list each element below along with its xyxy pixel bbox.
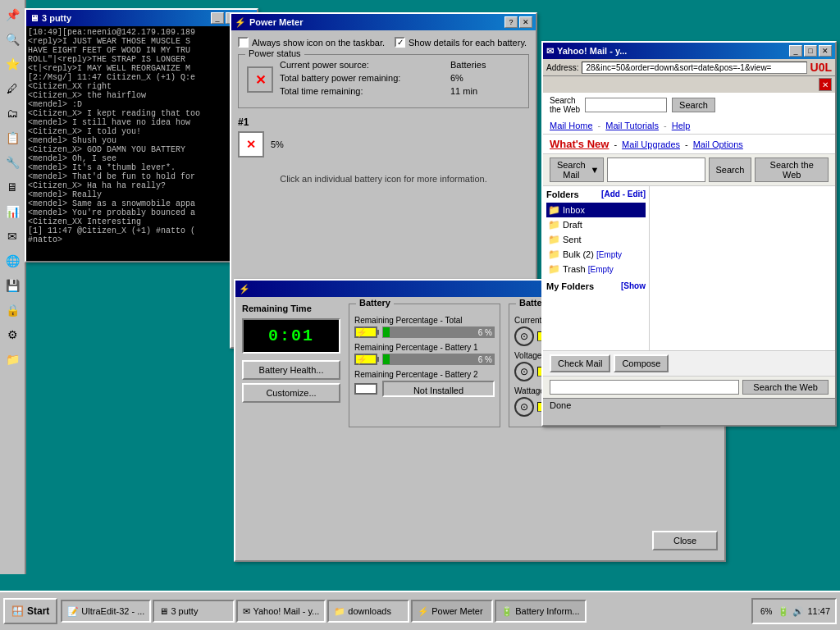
taskbar-downloads[interactable]: 📁 downloads [327,600,409,623]
search-web-btn[interactable]: Search the Web [755,158,829,182]
mail-tutorials-link[interactable]: Mail Tutorials [605,121,659,130]
battery-health-btn[interactable]: Battery Health... [242,360,340,380]
folder-actions[interactable]: [Add - Edit] [601,189,646,199]
terminal-line-14: <Citizen_X> GOD DAMN YOU BATTERY [28,145,255,154]
left-icon-1[interactable]: 📌 [1,3,24,26]
mail-options-link[interactable]: Mail Options [693,139,743,149]
mail-search-section: Searchthe Web Search [543,93,835,117]
left-icon-3[interactable]: ⭐ [1,52,24,75]
terminal-window: 🖥 3 putty _ □ ✕ [10:49][pea:neenio@142.1… [25,8,258,262]
battery-mini-icon[interactable]: ✕ [238,131,264,158]
mail-home-link[interactable]: Mail Home [550,121,593,130]
left-icon-11[interactable]: 🌐 [1,249,24,272]
whats-new-link[interactable]: What's New [550,138,609,150]
mail-body: Folders [Add - Edit] 📁 Inbox 📁 Draft 📁 S… [543,186,835,350]
search-mail-submit-btn[interactable]: Search [709,158,752,182]
my-folders-show[interactable]: [Show [621,281,646,291]
search-mail-btn[interactable]: Search Mail ▼ [550,158,604,182]
mail-help-link[interactable]: Help [672,121,691,130]
putty-icon: 🖥 [159,606,168,616]
always-show-icon-option[interactable]: Always show icon on the taskbar. [238,37,385,48]
terminal-line-3: HAVE EIGHT FEET OF WOOD IN MY TRU [28,46,255,55]
pm-checkbox-row: Always show icon on the taskbar. Show de… [238,37,529,48]
remaining-total-row: ⚡ 6 % [354,326,495,338]
terminal-line-13: <mendel> Shush you [28,136,255,145]
pm-battery-remaining-row: Total battery power remaining: 6% [280,73,486,83]
close-btn-row: Close [652,531,718,554]
status-text: Done [550,400,571,410]
mail-web-search-input[interactable] [550,380,739,395]
terminal-line-16: <mendel> It's a *thumb lever*. [28,163,255,172]
show-details-checkbox[interactable] [395,37,405,48]
terminal-line-24: #natto> [28,235,255,244]
left-icon-13[interactable]: 🔒 [1,299,24,322]
terminal-line-8: <Citizen_X> the hairflow [28,91,255,100]
terminal-title-bar[interactable]: 🖥 3 putty _ □ ✕ [26,10,257,26]
mail-search-web-section: Search the Web [543,376,835,398]
close-btn[interactable]: Close [652,531,718,550]
search-mail-input[interactable] [607,158,705,182]
folder-sent[interactable]: 📁 Sent [546,232,646,247]
mail-upgrades-link[interactable]: Mail Upgrades [622,139,680,149]
mail-address-bar[interactable]: 28&inc=50&order=down&sort=date&pos=-1&vi… [582,62,806,74]
ultraedit-icon: 📝 [67,606,79,617]
mail-search-row: Search Mail ▼ Search Search the Web [543,154,835,186]
battery-panel: Battery Remaining Percentage - Total ⚡ 6… [349,304,500,427]
compose-btn[interactable]: Compose [614,354,669,372]
pm-close-btn[interactable]: ✕ [519,16,532,28]
taskbar-ultraedit[interactable]: 📝 UltraEdit-32 - ... [61,600,151,623]
show-details-option[interactable]: Show details for each battery. [395,37,527,48]
left-icon-5[interactable]: 🗂 [1,102,24,125]
start-button[interactable]: 🪟 Start [3,598,57,624]
customize-btn[interactable]: Customize... [242,383,340,403]
folder-inbox[interactable]: 📁 Inbox [546,203,646,217]
always-show-icon-checkbox[interactable] [238,37,249,48]
taskbar-putty[interactable]: 🖥 3 putty [153,600,235,623]
left-icon-14[interactable]: ⚙ [1,323,24,346]
left-icon-12[interactable]: 💾 [1,274,24,297]
power-meter-title-bar[interactable]: ⚡ Power Meter ? ✕ [231,14,536,30]
terminal-minimize-btn[interactable]: _ [211,12,224,24]
left-icon-7[interactable]: 🔧 [1,151,24,174]
left-icon-8[interactable]: 🖥 [1,176,24,199]
mail-title-bar[interactable]: ✉ Yahoo! Mail - y... _ □ ✕ [543,43,835,59]
battery-icon-large: ✕ [247,66,273,93]
left-icon-2[interactable]: 🔍 [1,28,24,51]
taskbar-battery-info[interactable]: 🔋 Battery Inform... [495,600,586,623]
taskbar-yahoo-mail[interactable]: ✉ Yahoo! Mail - y... [236,600,326,623]
left-icon-6[interactable]: 📋 [1,126,24,149]
bat-total-icon: ⚡ [354,326,377,338]
taskbar-power-meter[interactable]: ⚡ Power Meter [411,600,493,623]
mail-search-web-btn[interactable]: Search the Web [742,380,829,395]
power-detail-icon: ⚡ [239,284,250,294]
check-mail-btn[interactable]: Check Mail [550,354,610,372]
remaining-total-label: Remaining Percentage - Total [354,316,495,325]
mail-controls: _ □ ✕ [789,45,832,57]
trash-empty[interactable]: [Empty [588,265,614,274]
web-search-btn[interactable]: Search [672,98,715,112]
folder-draft[interactable]: 📁 Draft [546,217,646,232]
left-icon-9[interactable]: 📊 [1,200,24,223]
mail-close-btn[interactable]: ✕ [819,45,832,57]
left-icon-10[interactable]: ✉ [1,225,24,248]
pm-info-text: Click an individual battery icon for mor… [238,174,529,184]
pm-help-btn[interactable]: ? [504,16,518,28]
battery-x-mini: ✕ [246,138,256,151]
mail-maximize-btn[interactable]: □ [804,45,817,57]
inbox-icon: 📁 [548,204,560,216]
mail-x-btn[interactable]: ✕ [819,78,832,91]
left-icon-15[interactable]: 📁 [1,348,24,371]
bat2-not-installed: Not Installed [382,381,495,397]
power-meter-controls: ? ✕ [504,16,532,28]
terminal-line-21: <mendel> You're probably bounced a [28,208,255,217]
left-icon-4[interactable]: 🖊 [1,77,24,100]
battery-info-icon: 🔋 [501,606,513,617]
my-folders-label: My Folders [546,281,594,291]
mail-minimize-btn[interactable]: _ [789,45,802,57]
folder-trash[interactable]: 📁 Trash [Empty [546,262,646,276]
folder-bulk[interactable]: 📁 Bulk (2) [Empty [546,247,646,262]
bulk-empty[interactable]: [Empty [596,250,622,259]
web-search-row: Search the Web [550,380,829,395]
taskbar-battery-icon: 🔋 [778,606,789,617]
web-search-input[interactable] [585,98,667,112]
